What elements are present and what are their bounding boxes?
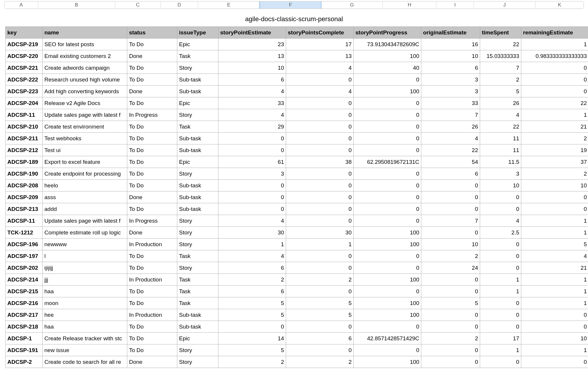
cell-storypointprogress[interactable]: 0	[354, 109, 421, 121]
cell-storypointscomplete[interactable]: 4	[286, 86, 354, 97]
cell-issuetype[interactable]: Sub-task	[177, 321, 218, 333]
cell-originalestimate[interactable]: 0	[421, 286, 480, 297]
cell-key[interactable]: ADCSP-222	[6, 74, 43, 86]
cell-storypointprogress[interactable]: 100	[354, 309, 421, 321]
cell-name[interactable]: heelo	[43, 180, 127, 191]
cell-remainingestimate[interactable]: 1	[521, 39, 588, 50]
cell-key[interactable]: ADCSP-215	[6, 286, 43, 297]
cell-storypointscomplete[interactable]: 0	[286, 168, 354, 180]
cell-remainingestimate[interactable]: 21	[521, 262, 588, 274]
cell-name[interactable]: asss	[43, 191, 127, 203]
column-letter-f[interactable]: F	[260, 1, 321, 9]
cell-storypointestimate[interactable]: 2	[218, 356, 286, 368]
cell-key[interactable]: ADCSP-2	[6, 356, 43, 368]
cell-issuetype[interactable]: Epic	[177, 39, 218, 50]
cell-key[interactable]: ADCSP-213	[6, 203, 43, 215]
cell-status[interactable]: In Production	[127, 309, 177, 321]
cell-remainingestimate[interactable]: 1	[521, 297, 588, 309]
cell-status[interactable]: To Do	[127, 203, 177, 215]
cell-storypointestimate[interactable]: 6	[218, 262, 286, 274]
cell-storypointscomplete[interactable]: 0	[286, 97, 354, 109]
cell-originalestimate[interactable]: 2	[421, 250, 480, 262]
cell-issuetype[interactable]: Epic	[177, 333, 218, 344]
cell-key[interactable]: ADCSP-220	[6, 50, 43, 62]
column-letter-i[interactable]: I	[436, 1, 474, 9]
cell-key[interactable]: ADCSP-1	[6, 333, 43, 344]
cell-status[interactable]: To Do	[127, 62, 177, 74]
cell-storypointprogress[interactable]: 0	[354, 262, 421, 274]
cell-name[interactable]: Email existing customers 2	[43, 50, 127, 62]
cell-storypointprogress[interactable]: 62.2950819672131C	[354, 156, 421, 168]
column-letter-a[interactable]: A	[4, 1, 38, 9]
cell-originalestimate[interactable]: 33	[421, 97, 480, 109]
cell-status[interactable]: To Do	[127, 286, 177, 297]
cell-storypointestimate[interactable]: 61	[218, 156, 286, 168]
cell-status[interactable]: Done	[127, 356, 177, 368]
cell-status[interactable]: To Do	[127, 39, 177, 50]
cell-storypointprogress[interactable]: 0	[354, 250, 421, 262]
cell-name[interactable]: Update sales page with latest f	[43, 109, 127, 121]
cell-storypointprogress[interactable]: 0	[354, 74, 421, 86]
cell-timespent[interactable]: 1	[480, 286, 521, 297]
cell-originalestimate[interactable]: 22	[421, 144, 480, 156]
cell-timespent[interactable]: 22	[480, 39, 521, 50]
cell-storypointprogress[interactable]: 0	[354, 97, 421, 109]
cell-remainingestimate[interactable]: 2	[521, 133, 588, 144]
cell-storypointscomplete[interactable]: 5	[286, 297, 354, 309]
column-letter-h[interactable]: H	[383, 1, 436, 9]
cell-storypointscomplete[interactable]: 6	[286, 333, 354, 344]
cell-storypointprogress[interactable]: 100	[354, 227, 421, 239]
column-letter-c[interactable]: C	[115, 1, 161, 9]
cell-status[interactable]: To Do	[127, 262, 177, 274]
cell-name[interactable]: Create code to search for all re	[43, 356, 127, 368]
cell-storypointestimate[interactable]: 14	[218, 333, 286, 344]
cell-remainingestimate[interactable]: 0	[521, 203, 588, 215]
cell-issuetype[interactable]: Sub-task	[177, 309, 218, 321]
cell-key[interactable]: ADCSP-211	[6, 133, 43, 144]
cell-issuetype[interactable]: Task	[177, 274, 218, 286]
cell-name[interactable]: jjj	[43, 274, 127, 286]
cell-storypointprogress[interactable]: 0	[354, 344, 421, 356]
cell-key[interactable]: ADCSP-212	[6, 144, 43, 156]
cell-remainingestimate[interactable]: 37	[521, 156, 588, 168]
cell-status[interactable]: To Do	[127, 121, 177, 133]
cell-storypointestimate[interactable]: 0	[218, 203, 286, 215]
cell-storypointprogress[interactable]: 100	[354, 274, 421, 286]
cell-storypointestimate[interactable]: 33	[218, 97, 286, 109]
cell-status[interactable]: To Do	[127, 250, 177, 262]
cell-remainingestimate[interactable]: 5	[521, 239, 588, 250]
cell-status[interactable]: In Production	[127, 239, 177, 250]
cell-originalestimate[interactable]: 0	[421, 321, 480, 333]
cell-storypointscomplete[interactable]: 0	[286, 250, 354, 262]
cell-storypointprogress[interactable]: 0	[354, 215, 421, 227]
cell-name[interactable]: addd	[43, 203, 127, 215]
cell-issuetype[interactable]: Task	[177, 297, 218, 309]
cell-storypointscomplete[interactable]: 4	[286, 62, 354, 74]
column-letter-k[interactable]: K	[535, 1, 584, 9]
cell-storypointscomplete[interactable]: 0	[286, 191, 354, 203]
cell-key[interactable]: ADCSP-197	[6, 250, 43, 262]
cell-storypointscomplete[interactable]: 5	[286, 309, 354, 321]
cell-issuetype[interactable]: Task	[177, 250, 218, 262]
cell-storypointscomplete[interactable]: 0	[286, 144, 354, 156]
cell-remainingestimate[interactable]: 1	[521, 227, 588, 239]
cell-storypointestimate[interactable]: 23	[218, 39, 286, 50]
cell-issuetype[interactable]: Story	[177, 239, 218, 250]
cell-remainingestimate[interactable]: 0	[521, 321, 588, 333]
cell-timespent[interactable]: 7	[480, 62, 521, 74]
cell-issuetype[interactable]: Sub-task	[177, 74, 218, 86]
cell-storypointprogress[interactable]: 100	[354, 356, 421, 368]
cell-timespent[interactable]: 3	[480, 168, 521, 180]
cell-issuetype[interactable]: Story	[177, 262, 218, 274]
cell-storypointestimate[interactable]: 29	[218, 121, 286, 133]
cell-status[interactable]: In Progress	[127, 109, 177, 121]
header-storypointestimate[interactable]: storyPointEstimate	[218, 27, 286, 39]
cell-storypointestimate[interactable]: 3	[218, 168, 286, 180]
header-storypointprogress[interactable]: storyPointProgress	[354, 27, 421, 39]
cell-name[interactable]: Test ui	[43, 144, 127, 156]
cell-originalestimate[interactable]: 3	[421, 74, 480, 86]
cell-storypointprogress[interactable]: 100	[354, 50, 421, 62]
cell-remainingestimate[interactable]: 0	[521, 74, 588, 86]
cell-storypointprogress[interactable]: 100	[354, 297, 421, 309]
cell-timespent[interactable]: 0	[480, 297, 521, 309]
